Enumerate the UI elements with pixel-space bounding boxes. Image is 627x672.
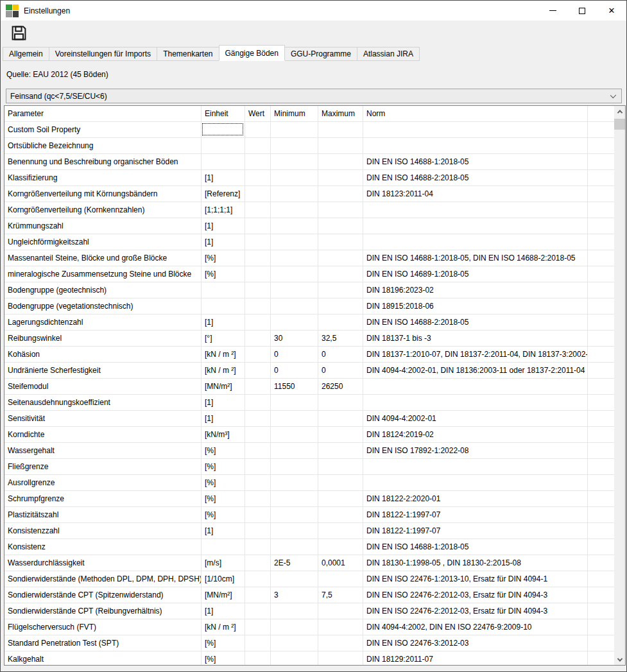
maximum-cell[interactable] (318, 443, 363, 459)
norm-cell[interactable]: DIN EN ISO 22476-3:2012-03 (363, 635, 588, 651)
einheit-cell[interactable]: [%] (202, 491, 245, 507)
maximum-cell[interactable] (318, 523, 363, 539)
parameter-cell[interactable]: Korndichte (4, 427, 202, 443)
einheit-cell[interactable] (202, 122, 245, 138)
wert-cell[interactable] (245, 603, 271, 619)
norm-cell[interactable] (363, 202, 588, 218)
minimum-cell[interactable]: 0 (271, 363, 318, 379)
maximum-cell[interactable] (318, 651, 363, 665)
minimum-cell[interactable] (271, 218, 318, 234)
parameter-cell[interactable]: Lagerungsdichtenzahl (4, 314, 202, 331)
wert-cell[interactable] (245, 379, 271, 395)
norm-cell[interactable]: DIN EN ISO 14688-2:2018-05 (363, 170, 588, 186)
maximum-cell[interactable]: 26250 (318, 379, 363, 395)
parameter-cell[interactable]: Bodengruppe (geotechnisch) (4, 282, 202, 298)
minimum-cell[interactable]: 3 (271, 587, 318, 603)
einheit-cell[interactable]: [%] (202, 250, 245, 266)
maximum-cell[interactable]: 0 (318, 363, 363, 379)
parameter-cell[interactable]: Ausrollgrenze (4, 475, 202, 491)
minimum-cell[interactable] (271, 250, 318, 266)
norm-cell[interactable] (363, 234, 588, 250)
wert-cell[interactable] (245, 154, 271, 170)
parameter-cell[interactable]: Standard Penetration Test (SPT) (4, 635, 202, 651)
minimum-cell[interactable] (271, 234, 318, 250)
einheit-cell[interactable]: [1] (202, 523, 245, 539)
wert-cell[interactable] (245, 587, 271, 603)
norm-cell[interactable]: DIN EN ISO 22476-2:2012-03, Ersatz für D… (363, 603, 588, 619)
maximize-button[interactable] (567, 1, 597, 21)
scroll-down-button[interactable] (614, 654, 625, 665)
minimum-cell[interactable] (271, 459, 318, 475)
einheit-cell[interactable] (202, 298, 245, 314)
einheit-cell[interactable]: [%] (202, 266, 245, 282)
norm-cell[interactable]: DIN 4094-4:2002-01 (363, 411, 588, 427)
maximum-cell[interactable] (318, 186, 363, 202)
maximum-cell[interactable] (318, 411, 363, 427)
scroll-up-button[interactable] (614, 106, 625, 117)
parameter-cell[interactable]: Klassifizierung (4, 170, 202, 186)
minimum-cell[interactable] (271, 651, 318, 665)
maximum-cell[interactable]: 0 (318, 347, 363, 363)
norm-cell[interactable]: DIN EN ISO 14688-1:2018-05 (363, 154, 588, 170)
parameter-cell[interactable]: Custom Soil Property (4, 122, 202, 138)
einheit-cell[interactable]: [1] (202, 234, 245, 250)
minimize-button[interactable] (538, 1, 567, 21)
norm-cell[interactable]: DIN EN ISO 17892-1:2022-08 (363, 443, 588, 459)
minimum-cell[interactable] (271, 523, 318, 539)
minimum-cell[interactable]: 11550 (271, 379, 318, 395)
einheit-cell[interactable]: [m/s] (202, 555, 245, 571)
einheit-cell[interactable] (202, 154, 245, 170)
maximum-cell[interactable] (318, 459, 363, 475)
einheit-cell[interactable]: [%] (202, 475, 245, 491)
einheit-cell[interactable]: [°] (202, 331, 245, 347)
wert-cell[interactable] (245, 523, 271, 539)
minimum-cell[interactable] (271, 138, 318, 154)
einheit-cell[interactable]: [%] (202, 443, 245, 459)
norm-cell[interactable]: DIN 18915:2018-06 (363, 298, 588, 314)
parameter-cell[interactable]: Kohäsion (4, 347, 202, 363)
wert-cell[interactable] (245, 298, 271, 314)
wert-cell[interactable] (245, 122, 271, 138)
maximum-cell[interactable] (318, 218, 363, 234)
einheit-cell[interactable] (202, 539, 245, 555)
minimum-cell[interactable] (271, 411, 318, 427)
wert-cell[interactable] (245, 539, 271, 555)
save-button[interactable] (8, 22, 29, 43)
einheit-cell[interactable]: [%] (202, 459, 245, 475)
maximum-cell[interactable] (318, 202, 363, 218)
parameter-cell[interactable]: Korngrößenverteilung mit Körnungsbändern (4, 186, 202, 202)
parameter-cell[interactable]: Konsistenz (4, 539, 202, 555)
maximum-cell[interactable] (318, 395, 363, 411)
maximum-cell[interactable] (318, 250, 363, 266)
norm-cell[interactable]: DIN 18123:2011-04 (363, 186, 588, 202)
minimum-cell[interactable] (271, 314, 318, 331)
parameter-cell[interactable]: Massenanteil Steine, Blöcke und große Bl… (4, 250, 202, 266)
norm-cell[interactable]: DIN 18129:2011-07 (363, 651, 588, 665)
maximum-cell[interactable] (318, 170, 363, 186)
tab-atlassian-jira[interactable]: Atlassian JIRA (357, 47, 420, 61)
parameter-cell[interactable]: Sensitivität (4, 411, 202, 427)
einheit-cell[interactable]: [MN/m²] (202, 379, 245, 395)
wert-cell[interactable] (245, 186, 271, 202)
maximum-cell[interactable] (318, 571, 363, 587)
minimum-cell[interactable] (271, 603, 318, 619)
parameter-cell[interactable]: Konsistenzzahl (4, 523, 202, 539)
norm-cell[interactable]: DIN 18130-1:1998-05 , DIN 18130-2:2015-0… (363, 555, 588, 571)
maximum-cell[interactable] (318, 154, 363, 170)
minimum-cell[interactable] (271, 395, 318, 411)
parameter-cell[interactable]: Plastizitätszahl (4, 507, 202, 523)
wert-cell[interactable] (245, 411, 271, 427)
norm-cell[interactable]: DIN 18122-1:1997-07 (363, 507, 588, 523)
norm-cell[interactable] (363, 218, 588, 234)
norm-cell[interactable]: DIN 18137-1 bis -3 (363, 331, 588, 347)
wert-cell[interactable] (245, 491, 271, 507)
norm-cell[interactable]: DIN EN ISO 22476-2:2012-03, Ersatz für D… (363, 587, 588, 603)
maximum-cell[interactable] (318, 234, 363, 250)
wert-cell[interactable] (245, 138, 271, 154)
wert-cell[interactable] (245, 635, 271, 651)
minimum-cell[interactable] (271, 298, 318, 314)
minimum-cell[interactable] (271, 619, 318, 635)
einheit-cell[interactable]: [kN / m ²] (202, 347, 245, 363)
einheit-cell[interactable]: [kN / m ²] (202, 363, 245, 379)
parameter-cell[interactable]: Steifemodul (4, 379, 202, 395)
